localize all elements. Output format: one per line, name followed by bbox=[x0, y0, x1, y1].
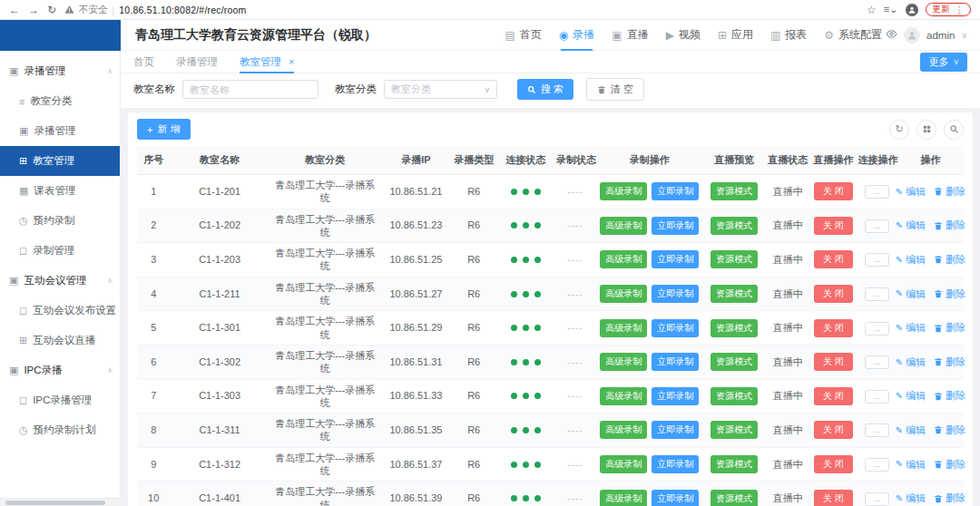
delete-link[interactable]: 删除 bbox=[934, 491, 965, 505]
advanced-record-button[interactable]: 高级录制 bbox=[600, 387, 647, 405]
connect-more-button[interactable]: ... bbox=[865, 492, 890, 506]
edit-link[interactable]: ✎编辑 bbox=[896, 423, 926, 437]
record-now-button[interactable]: 立即录制 bbox=[652, 285, 699, 303]
delete-link[interactable]: 删除 bbox=[934, 287, 965, 301]
connect-more-button[interactable]: ... bbox=[865, 458, 890, 472]
connect-more-button[interactable]: ... bbox=[865, 423, 890, 437]
connect-more-button[interactable]: ... bbox=[865, 355, 890, 369]
browser-update-button[interactable]: 更新 ⋮ bbox=[926, 3, 972, 16]
room-name-input[interactable] bbox=[182, 80, 318, 99]
delete-link[interactable]: 删除 bbox=[934, 355, 965, 369]
delete-link[interactable]: 删除 bbox=[934, 389, 965, 403]
record-now-button[interactable]: 立即录制 bbox=[652, 182, 699, 200]
table-search-icon[interactable] bbox=[944, 120, 964, 140]
record-now-button[interactable]: 立即录制 bbox=[652, 455, 699, 473]
sidebar-group-header[interactable]: ▣ IPC录播 ∧ bbox=[0, 355, 120, 385]
browser-profile-avatar[interactable] bbox=[906, 4, 918, 16]
connect-more-button[interactable]: ... bbox=[865, 219, 890, 233]
edit-link[interactable]: ✎编辑 bbox=[896, 219, 926, 232]
delete-link[interactable]: 删除 bbox=[934, 253, 965, 267]
room-class-select[interactable]: 教室分类 ∨ bbox=[384, 80, 497, 99]
sidebar-horizontal-scrollbar[interactable] bbox=[0, 498, 121, 506]
bookmark-star-icon[interactable]: ☆ bbox=[867, 4, 877, 16]
delete-link[interactable]: 删除 bbox=[934, 185, 965, 199]
sidebar-item-预约录制[interactable]: ◷ 预约录制 bbox=[0, 206, 120, 236]
delete-link[interactable]: 删除 bbox=[934, 219, 965, 232]
scrollbar-handle[interactable] bbox=[5, 501, 105, 505]
nav-item-1[interactable]: ▤ 首页 bbox=[505, 20, 542, 51]
resource-mode-button[interactable]: 资源模式 bbox=[710, 421, 758, 439]
edit-link[interactable]: ✎编辑 bbox=[896, 321, 926, 335]
resource-mode-button[interactable]: 资源模式 bbox=[710, 285, 758, 303]
user-name[interactable]: admin bbox=[926, 30, 955, 41]
advanced-record-button[interactable]: 高级录制 bbox=[600, 182, 647, 200]
add-button[interactable]: + 新 增 bbox=[137, 119, 191, 140]
resource-mode-button[interactable]: 资源模式 bbox=[710, 490, 758, 506]
resource-mode-button[interactable]: 资源模式 bbox=[710, 250, 758, 268]
close-live-button[interactable]: 关 闭 bbox=[814, 217, 853, 235]
close-live-button[interactable]: 关 闭 bbox=[814, 387, 853, 405]
advanced-record-button[interactable]: 高级录制 bbox=[600, 353, 647, 371]
edit-link[interactable]: ✎编辑 bbox=[896, 491, 926, 505]
resource-mode-button[interactable]: 资源模式 bbox=[710, 387, 758, 405]
record-now-button[interactable]: 立即录制 bbox=[652, 250, 699, 268]
sidebar-item-互动会议发布设置[interactable]: ◻ 互动会议发布设置 bbox=[0, 296, 120, 326]
delete-link[interactable]: 删除 bbox=[934, 423, 965, 437]
sidebar-item-教室分类[interactable]: ≡ 教室分类 bbox=[0, 86, 120, 116]
edit-link[interactable]: ✎编辑 bbox=[896, 185, 926, 199]
resource-mode-button[interactable]: 资源模式 bbox=[710, 319, 758, 337]
side-panel-icon[interactable]: ≡⌄ bbox=[884, 4, 898, 15]
resource-mode-button[interactable]: 资源模式 bbox=[710, 353, 758, 371]
sidebar-item-教室管理[interactable]: ⊞ 教室管理 bbox=[0, 146, 120, 176]
record-now-button[interactable]: 立即录制 bbox=[652, 353, 699, 371]
grid-columns-icon[interactable] bbox=[916, 120, 936, 140]
connect-more-button[interactable]: ... bbox=[865, 287, 890, 301]
delete-link[interactable]: 删除 bbox=[934, 458, 965, 472]
connect-more-button[interactable]: ... bbox=[865, 185, 890, 199]
nav-item-4[interactable]: ▶ 视频 bbox=[666, 20, 701, 51]
nav-item-7[interactable]: ⚙ 系统配置 bbox=[824, 20, 882, 51]
address-bar[interactable]: 不安全 | 10.86.51.10:8082/#/rec/room bbox=[64, 4, 246, 16]
record-now-button[interactable]: 立即录制 bbox=[652, 319, 699, 337]
edit-link[interactable]: ✎编辑 bbox=[896, 458, 926, 472]
sidebar-item-录制管理[interactable]: ◻ 录制管理 bbox=[0, 236, 120, 266]
tab-教室管理[interactable]: 教室管理 × bbox=[240, 51, 294, 73]
close-icon[interactable]: × bbox=[289, 57, 294, 67]
advanced-record-button[interactable]: 高级录制 bbox=[600, 250, 647, 268]
sidebar-item-预约录制计划[interactable]: ◷ 预约录制计划 bbox=[0, 415, 120, 445]
search-button[interactable]: 搜 索 bbox=[517, 79, 573, 100]
advanced-record-button[interactable]: 高级录制 bbox=[600, 319, 647, 337]
close-live-button[interactable]: 关 闭 bbox=[814, 455, 853, 473]
browser-forward-icon[interactable]: → bbox=[28, 4, 39, 16]
resource-mode-button[interactable]: 资源模式 bbox=[710, 217, 758, 235]
edit-link[interactable]: ✎编辑 bbox=[896, 389, 926, 403]
record-now-button[interactable]: 立即录制 bbox=[652, 217, 699, 235]
clear-button[interactable]: 清 空 bbox=[586, 78, 644, 101]
chevron-down-icon[interactable]: ∨ bbox=[961, 31, 967, 40]
sidebar-group-header[interactable]: ▣ 互动会议管理 ∧ bbox=[0, 266, 120, 296]
connect-more-button[interactable]: ... bbox=[865, 322, 890, 336]
sidebar-group-header[interactable]: ▣ 录播管理 ∧ bbox=[0, 56, 120, 86]
nav-item-2[interactable]: ◉ 录播 bbox=[559, 20, 594, 51]
delete-link[interactable]: 删除 bbox=[934, 321, 965, 335]
eye-icon[interactable] bbox=[886, 28, 897, 43]
kebab-menu-icon[interactable]: ⋮ bbox=[956, 5, 965, 15]
close-live-button[interactable]: 关 闭 bbox=[814, 182, 853, 200]
sidebar-item-互动会议直播[interactable]: ⊞ 互动会议直播 bbox=[0, 326, 120, 355]
edit-link[interactable]: ✎编辑 bbox=[896, 253, 926, 267]
close-live-button[interactable]: 关 闭 bbox=[814, 421, 853, 439]
record-now-button[interactable]: 立即录制 bbox=[652, 490, 699, 506]
edit-link[interactable]: ✎编辑 bbox=[896, 287, 926, 301]
resource-mode-button[interactable]: 资源模式 bbox=[710, 182, 758, 200]
tab-录播管理[interactable]: 录播管理 bbox=[176, 51, 218, 73]
connect-more-button[interactable]: ... bbox=[865, 253, 890, 267]
user-avatar[interactable] bbox=[904, 27, 920, 44]
connect-more-button[interactable]: ... bbox=[865, 390, 890, 404]
close-live-button[interactable]: 关 闭 bbox=[814, 490, 853, 506]
close-live-button[interactable]: 关 闭 bbox=[814, 319, 853, 337]
browser-back-icon[interactable]: ← bbox=[9, 4, 20, 16]
refresh-icon[interactable]: ↻ bbox=[889, 120, 909, 140]
close-live-button[interactable]: 关 闭 bbox=[814, 285, 853, 303]
record-now-button[interactable]: 立即录制 bbox=[652, 421, 699, 439]
edit-link[interactable]: ✎编辑 bbox=[896, 355, 926, 369]
